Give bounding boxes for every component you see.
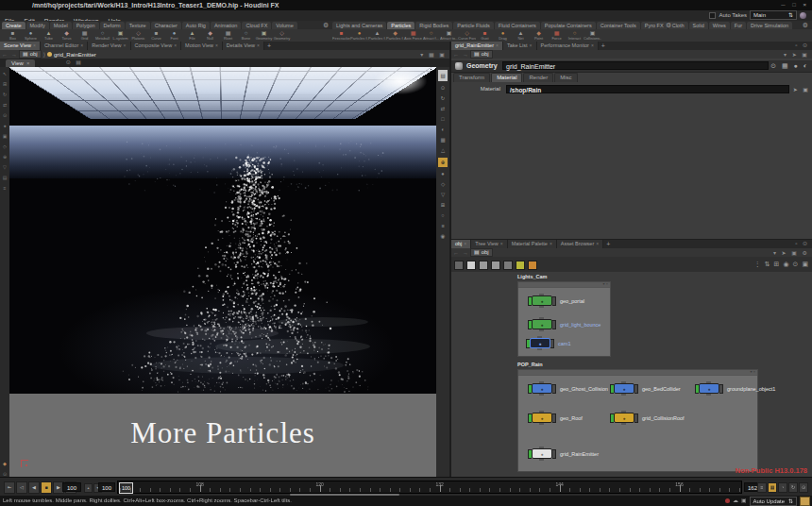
pane-tab-details-view[interactable]: Details View× <box>223 42 264 50</box>
node-flag[interactable] <box>552 320 556 329</box>
view-state-tab[interactable]: View× <box>6 59 35 67</box>
pane-window-icons[interactable]: ▫ ⊙ <box>795 240 809 248</box>
gear-icon[interactable]: ⚙ <box>321 21 330 29</box>
shelf-tool-torus[interactable]: ◆Torus <box>58 29 76 42</box>
forward-arrow-icon[interactable]: → <box>461 250 470 256</box>
back-arrow-icon[interactable]: ← <box>0 52 9 58</box>
viewport-control-icon-14[interactable]: ≡ <box>438 223 448 229</box>
node-flag[interactable] <box>552 296 556 306</box>
viewport-control-icon-9[interactable]: ● <box>438 171 448 177</box>
playbar-option-0[interactable]: ≡ <box>757 482 767 493</box>
timeline-ruler[interactable]: 100 108120132144156 <box>117 481 742 494</box>
param-tab-transform[interactable]: Transform <box>453 73 490 82</box>
shelf-tab-particle-fluids[interactable]: Particle Fluids <box>453 22 494 29</box>
shelf-tool-collisions-[interactable]: ▣Collisions... <box>584 29 601 42</box>
window-buttons[interactable]: ─ □ × <box>781 0 809 10</box>
rail-icon-2[interactable]: ↻ <box>3 92 7 97</box>
shelf-tool-drag[interactable]: ●Drag <box>494 29 512 42</box>
network-editor-canvas[interactable]: Lights_Cam▾ ×●geo_portal●grid_light_boun… <box>451 272 812 478</box>
node-geo_Roof[interactable]: ●geo_Roof <box>528 413 583 423</box>
shelf-tool-bone[interactable]: ○Bone <box>237 29 255 42</box>
shelf-tab-particles[interactable]: Particles <box>387 22 414 29</box>
shelf-tab-animation[interactable]: Animation <box>211 22 241 29</box>
cook-mode-icon[interactable]: ▣ <box>741 496 747 506</box>
shelf-tab-modify[interactable]: Modify <box>26 22 49 29</box>
net-badge-icon-3[interactable] <box>491 261 500 270</box>
search-icon[interactable]: ⊙ <box>770 62 778 69</box>
viewport-3d-scene[interactable] <box>9 67 436 394</box>
param-tab-material[interactable]: Material <box>491 73 522 82</box>
back-arrow-icon[interactable]: ← <box>451 52 461 58</box>
shelf-tool-attract-f-[interactable]: ○Attract f... <box>422 29 440 42</box>
node-grid_CollisionRoof[interactable]: ●grid_CollisionRoof <box>610 413 685 423</box>
shelf-tool-particles-f-[interactable]: ▲Particles f... <box>368 29 386 42</box>
node-tile[interactable]: ● <box>532 319 552 329</box>
cloud-icon[interactable]: ☁ <box>733 496 738 506</box>
shelf-tool-l-system[interactable]: ▣L-system <box>111 29 129 42</box>
viewport-control-icon-3[interactable]: ⇄ <box>438 106 448 112</box>
pane-tab-render-view[interactable]: Render View× <box>88 42 130 50</box>
net-badge-icon-1[interactable] <box>466 261 476 270</box>
node-groundplane_object1[interactable]: ●groundplane_object1 <box>695 383 775 394</box>
shelf-tool-tube[interactable]: ▲Tube <box>40 29 58 42</box>
close-icon[interactable]: × <box>464 240 466 248</box>
rail-icon-5[interactable]: ● <box>3 123 6 128</box>
viewport-control-icon-4[interactable]: □ <box>438 116 448 123</box>
node-chooser-icon[interactable]: ➤ <box>793 87 800 93</box>
shelf-tool-grid[interactable]: ▦Grid <box>76 29 93 42</box>
shelf-tab-fluid-containers[interactable]: Fluid Containers <box>495 22 540 29</box>
pane-tab-composite-view[interactable]: Composite View× <box>131 42 182 50</box>
playbar-prev-frame-button[interactable]: ◀ <box>28 481 40 494</box>
node-grid_RainEmitter[interactable]: ●grid_RainEmitter <box>528 448 599 459</box>
node-name-field[interactable]: grid_RainEmitter <box>502 61 769 70</box>
playbar-option-4[interactable]: ⊙ <box>799 482 808 493</box>
viewport-control-icon-8[interactable]: ⊕ <box>438 158 448 167</box>
gear-icon[interactable]: ⚙ <box>801 21 810 29</box>
close-icon[interactable]: × <box>500 240 503 248</box>
shelf-tool-interact[interactable]: ○Interact <box>566 29 584 42</box>
playbar-option-2[interactable]: ◔ <box>778 482 787 493</box>
node-tile[interactable]: ● <box>614 413 634 423</box>
shelf-tab-texture[interactable]: Texture <box>126 22 150 29</box>
pane-tab-grid_rainemitter[interactable]: grid_RainEmitter× <box>451 42 503 50</box>
breadcrumb-root[interactable]: ▤obj <box>19 50 42 59</box>
range-start-field[interactable]: 100 <box>98 482 115 492</box>
shelf-tab-fur[interactable]: Fur <box>731 22 746 29</box>
rail-icon-6[interactable]: ▣ <box>3 133 8 139</box>
shelf-tool-particles-f-[interactable]: ●Particles f... <box>350 29 368 42</box>
viewport-control-icon-5[interactable]: ◐ <box>438 126 448 133</box>
node-flag[interactable] <box>552 413 556 423</box>
take-selector[interactable]: Main⇅ <box>750 10 797 20</box>
shelf-tool-axis-force[interactable]: ▦Axis Force <box>404 29 422 42</box>
shelf-tool-file[interactable]: ▲File <box>183 29 201 42</box>
shelf-tab-container-tools[interactable]: Container Tools <box>597 22 640 29</box>
node-flag[interactable] <box>634 384 638 394</box>
viewport-control-icon-7[interactable]: △ <box>438 147 448 154</box>
shelf-tool-font[interactable]: ●Font <box>165 29 183 42</box>
pane-tab-material-palette[interactable]: Material Palette× <box>508 240 557 248</box>
shelf-tool-gust[interactable]: ■Gust <box>476 29 494 42</box>
shelf-tool-geometry[interactable]: ▣Geometry <box>255 29 273 42</box>
viewport-control-icon-11[interactable]: ▽ <box>438 192 448 198</box>
playbar-jump-start-button[interactable]: ⇤ <box>4 481 15 494</box>
playbar-option-3[interactable]: ↻ <box>788 482 798 493</box>
node-flag[interactable] <box>719 384 723 394</box>
viewport-control-icon-0[interactable]: ▤ <box>438 70 448 81</box>
pane-tab-obj[interactable]: obj× <box>451 240 471 248</box>
close-icon[interactable]: × <box>174 42 177 50</box>
close-icon[interactable]: × <box>550 240 552 248</box>
rail-icon-10[interactable]: ▤ <box>3 175 8 180</box>
close-icon[interactable]: × <box>496 42 499 50</box>
node-tile[interactable]: ● <box>532 383 552 394</box>
node-tile[interactable]: ● <box>532 295 552 306</box>
node-flag[interactable] <box>552 449 556 459</box>
rail-icon-7[interactable]: ◇ <box>3 143 7 149</box>
node-tile[interactable]: ● <box>614 383 634 394</box>
rail-icon-4[interactable]: ⊙ <box>3 112 7 118</box>
node-tile[interactable]: ● <box>532 413 552 423</box>
viewport-control-icon-1[interactable]: ⊙ <box>438 85 448 92</box>
shelf-tab-polygon[interactable]: Polygon <box>73 22 99 29</box>
viewport-control-icon-15[interactable]: ◉ <box>438 233 448 240</box>
node-tile[interactable]: ● <box>532 448 552 459</box>
add-tab-icon[interactable]: + <box>599 42 608 49</box>
